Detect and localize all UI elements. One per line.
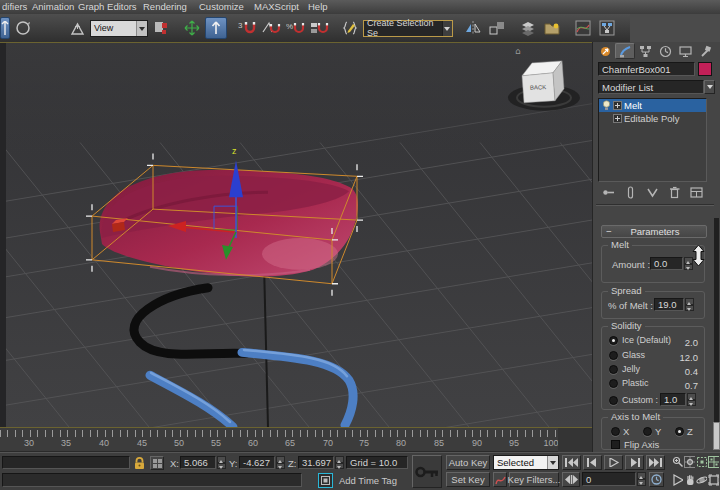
selection-lock-toggle[interactable]: [318, 473, 333, 488]
lightbulb-icon[interactable]: [602, 100, 611, 111]
percent-snap-icon[interactable]: %: [284, 17, 306, 39]
radio-axis-z[interactable]: [675, 427, 684, 436]
keyboard-override-icon[interactable]: [205, 17, 227, 39]
named-selection-set-dropdown[interactable]: Create Selection Se: [363, 20, 453, 37]
amount-field[interactable]: 0.0: [650, 257, 683, 270]
expand-icon[interactable]: [613, 101, 622, 110]
snap-toggle-3d-icon[interactable]: 3: [236, 17, 258, 39]
selection-lock-icon[interactable]: [134, 456, 145, 470]
x-coordinate-field[interactable]: 5.066: [180, 456, 216, 469]
z-spinner[interactable]: [335, 456, 344, 469]
x-spinner[interactable]: [217, 456, 226, 469]
go-to-start-button[interactable]: [562, 455, 581, 470]
chevron-down-icon[interactable]: [547, 456, 558, 469]
maximize-viewport-button[interactable]: [708, 473, 719, 487]
tab-hierarchy[interactable]: [635, 43, 655, 59]
collapse-icon[interactable]: −: [606, 226, 618, 237]
radio-plastic[interactable]: [609, 379, 618, 388]
use-pivot-point-icon[interactable]: [150, 17, 172, 39]
viewport-canvas[interactable]: ⌂ BACK: [0, 43, 592, 427]
key-mode-toggle-button[interactable]: [562, 472, 580, 487]
expand-icon[interactable]: [613, 114, 622, 123]
y-spinner[interactable]: [276, 456, 285, 469]
current-frame-field[interactable]: 0: [582, 472, 636, 486]
align-icon[interactable]: [486, 17, 508, 39]
track-bar[interactable]: 30 35 40 45 50 55 60 65 70 75 80 85 90 9…: [0, 428, 558, 452]
object-color-swatch[interactable]: [698, 62, 712, 76]
tab-modify[interactable]: [615, 43, 635, 59]
next-frame-button[interactable]: [625, 455, 644, 470]
show-end-result-icon[interactable]: [624, 186, 637, 199]
zoom-all-button[interactable]: [684, 455, 695, 469]
viewcube-home-icon[interactable]: ⌂: [515, 46, 521, 56]
layer-manager-icon[interactable]: [517, 17, 539, 39]
chevron-down-icon[interactable]: [136, 21, 147, 36]
tab-utilities[interactable]: [695, 43, 715, 59]
object-name-field[interactable]: ChamferBox001: [598, 62, 695, 76]
menu-graph-editors[interactable]: Graph Editors: [78, 1, 137, 12]
play-button[interactable]: [604, 455, 623, 470]
radio-axis-x[interactable]: [611, 427, 620, 436]
panel-scrollbar-track[interactable]: [714, 218, 719, 450]
time-configuration-button[interactable]: [649, 472, 664, 487]
radio-jelly[interactable]: [609, 365, 618, 374]
zoom-button[interactable]: [672, 455, 683, 469]
menu-customize[interactable]: Customize: [199, 1, 244, 12]
modifier-stack-row-editable-poly[interactable]: Editable Poly: [599, 112, 706, 125]
mirror-icon[interactable]: [462, 17, 484, 39]
transform-typein-icon[interactable]: [150, 456, 164, 470]
menu-animation[interactable]: Animation: [32, 1, 74, 12]
modifier-stack[interactable]: Melt Editable Poly: [598, 98, 707, 182]
set-key-mode-button[interactable]: [412, 455, 442, 488]
zoom-extents-button[interactable]: [696, 455, 707, 469]
auto-key-button[interactable]: Auto Key: [446, 455, 490, 470]
chevron-down-icon[interactable]: [442, 21, 452, 36]
add-time-tag[interactable]: Add Time Tag: [339, 475, 397, 486]
angle-snap-icon[interactable]: [260, 17, 282, 39]
make-unique-icon[interactable]: [646, 186, 659, 199]
modifier-list-arrow[interactable]: [704, 80, 715, 94]
z-coordinate-field[interactable]: 31.697: [298, 456, 334, 469]
remove-modifier-icon[interactable]: [668, 186, 681, 199]
tab-create[interactable]: [595, 43, 615, 59]
select-rotate-icon[interactable]: [12, 17, 34, 39]
panel-scrollbar-thumb[interactable]: [713, 422, 720, 450]
key-filters-button[interactable]: Key Filters...: [509, 472, 559, 487]
orbit-button[interactable]: [696, 473, 707, 487]
modifier-stack-row-melt[interactable]: Melt: [599, 99, 706, 112]
select-move-icon[interactable]: [0, 17, 10, 39]
layer-explorer-icon[interactable]: [541, 17, 563, 39]
custom-field[interactable]: 1.0: [660, 393, 686, 406]
reference-coordinate-dropdown[interactable]: View: [90, 20, 148, 37]
modifier-list-dropdown[interactable]: Modifier List: [598, 80, 704, 94]
radio-custom[interactable]: [609, 396, 618, 405]
schematic-view-icon[interactable]: [596, 17, 618, 39]
menu-modifiers[interactable]: difiers: [2, 1, 27, 12]
maxscript-mini-listener[interactable]: [2, 473, 302, 487]
select-scale-icon[interactable]: [66, 17, 88, 39]
pct-of-melt-spinner[interactable]: [685, 298, 694, 311]
curve-editor-icon[interactable]: [572, 17, 594, 39]
tab-motion[interactable]: [655, 43, 675, 59]
flip-axis-checkbox[interactable]: [611, 440, 620, 449]
selection-filter-dropdown[interactable]: Selected: [493, 455, 559, 470]
pin-stack-icon[interactable]: [602, 186, 615, 199]
menu-maxscript[interactable]: MAXScript: [254, 1, 299, 12]
tab-display[interactable]: [675, 43, 695, 59]
zoom-extents-all-button[interactable]: [708, 455, 719, 469]
radio-axis-y[interactable]: [643, 427, 652, 436]
pct-of-melt-field[interactable]: 19.0: [654, 298, 684, 311]
radio-glass[interactable]: [609, 351, 618, 360]
set-key-button[interactable]: Set Key: [446, 472, 490, 487]
pan-button[interactable]: [684, 473, 695, 487]
select-manipulate-icon[interactable]: [181, 17, 203, 39]
configure-modifier-sets-icon[interactable]: [690, 186, 703, 199]
default-in-out-tangent-icon[interactable]: [493, 472, 507, 487]
perspective-viewport[interactable]: ⌂ BACK: [0, 42, 592, 428]
frame-spinner[interactable]: [637, 472, 646, 486]
menu-help[interactable]: Help: [308, 1, 328, 12]
viewcube-face-label[interactable]: BACK: [530, 84, 547, 91]
previous-frame-button[interactable]: [583, 455, 602, 470]
menu-rendering[interactable]: Rendering: [143, 1, 187, 12]
custom-spinner[interactable]: [687, 393, 696, 406]
